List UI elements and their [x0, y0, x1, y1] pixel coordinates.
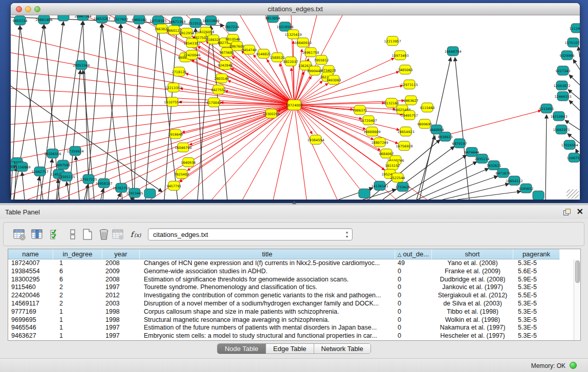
- network-node[interactable]: 9463627: [404, 96, 419, 105]
- table-row[interactable]: 969969511998Structural magnetic resonanc…: [8, 316, 574, 324]
- table-cell[interactable]: 6: [53, 276, 102, 284]
- network-node[interactable]: 16756928: [396, 141, 412, 150]
- table-cell[interactable]: 9777169: [8, 308, 53, 316]
- table-cell[interactable]: 5.3E-5: [513, 308, 560, 316]
- float-panel-icon[interactable]: [563, 209, 571, 215]
- table-cell[interactable]: 1: [53, 308, 102, 316]
- table-cell[interactable]: 5.9E-5: [513, 276, 560, 284]
- network-node[interactable]: 19384554: [307, 135, 324, 144]
- network-node[interactable]: 16648784: [444, 47, 461, 56]
- column-header-in_degree[interactable]: in_degree: [53, 249, 102, 259]
- network-node[interactable]: 7955812: [314, 55, 329, 64]
- network-node[interactable]: 15720407: [360, 116, 377, 125]
- table-selector-dropdown[interactable]: citations_edges.txt ▲▼: [148, 228, 353, 240]
- network-node[interactable]: 12444153: [554, 92, 571, 101]
- network-node[interactable]: 7493063: [326, 75, 341, 84]
- network-node[interactable]: 8938923: [438, 132, 453, 141]
- table-cell[interactable]: Changes of HCN gene expression and I(f) …: [140, 259, 395, 268]
- network-canvas[interactable]: 9455724206914062094714410653287152760264…: [11, 15, 580, 200]
- resize-grip-icon[interactable]: [567, 189, 579, 199]
- table-cell[interactable]: 1998: [102, 316, 140, 324]
- tab-edge-table[interactable]: Edge Table: [266, 344, 314, 354]
- table-cell[interactable]: Structural magnetic resonance image aver…: [140, 316, 395, 324]
- network-node[interactable]: 9329966: [560, 51, 575, 60]
- table-cell[interactable]: 1: [53, 316, 102, 324]
- network-node[interactable]: 10653287: [93, 15, 110, 23]
- scrollbar-thumb[interactable]: [575, 260, 580, 283]
- network-node[interactable]: 12213353: [165, 83, 182, 92]
- network-node[interactable]: 9227343: [556, 66, 571, 75]
- tab-network-table[interactable]: Network Table: [314, 344, 371, 354]
- network-node[interactable]: 2803144: [214, 74, 229, 83]
- show-hide-columns-icon[interactable]: [31, 228, 44, 241]
- column-header-title[interactable]: title: [140, 249, 395, 259]
- table-cell[interactable]: 1997: [102, 332, 140, 340]
- table-cell[interactable]: 0: [395, 283, 432, 292]
- table-cell[interactable]: 9115460: [8, 283, 53, 292]
- network-node[interactable]: 8170043: [207, 98, 222, 107]
- table-cell[interactable]: 2003: [102, 300, 140, 308]
- table-cell[interactable]: 1: [53, 324, 102, 332]
- tab-node-table[interactable]: Node Table: [217, 344, 266, 354]
- table-cell[interactable]: 2012: [102, 292, 140, 300]
- network-node[interactable]: 1916645: [168, 129, 183, 139]
- network-node[interactable]: 1112403: [570, 24, 580, 33]
- network-node[interactable]: 9699695: [418, 119, 432, 128]
- network-node[interactable]: 15692971: [553, 125, 570, 134]
- table-cell[interactable]: 5.3E-5: [513, 300, 560, 308]
- network-node[interactable]: 14136141: [371, 181, 388, 190]
- close-panel-icon[interactable]: ✕: [577, 207, 583, 216]
- table-cell[interactable]: Dudbridge et al. (2008): [432, 276, 513, 284]
- table-row[interactable]: 946554611997Estimation of the future num…: [8, 324, 574, 332]
- network-node[interactable]: 16961758: [302, 48, 319, 57]
- table-cell[interactable]: Embryonic stem cells: a model to study s…: [140, 332, 395, 340]
- table-cell[interactable]: Tourette syndrome. Phenomenology and cla…: [140, 283, 395, 292]
- network-node[interactable]: 9245652: [519, 184, 534, 193]
- table-cell[interactable]: 18724007: [8, 259, 53, 268]
- table-cell[interactable]: 2009: [102, 268, 140, 276]
- table-cell[interactable]: 49: [395, 259, 432, 268]
- network-node[interactable]: 7986372: [353, 105, 367, 115]
- network-node[interactable]: 7485063: [398, 65, 413, 74]
- network-node[interactable]: 10973493: [391, 51, 408, 60]
- deselect-rows-icon[interactable]: [66, 228, 79, 241]
- table-cell[interactable]: Stergiakouli et al. (2012): [432, 292, 513, 300]
- table-row[interactable]: 946362711997Embryonic stem cells: a mode…: [8, 332, 574, 340]
- table-cell[interactable]: 14569117: [8, 300, 53, 308]
- table-cell[interactable]: 5.5E-5: [513, 292, 560, 300]
- column-header-short[interactable]: short: [432, 249, 513, 259]
- table-cell[interactable]: 1: [53, 332, 102, 340]
- network-node[interactable]: 8454749: [242, 45, 257, 54]
- table-cell[interactable]: Disruption of a novel member of a sodium…: [140, 300, 395, 308]
- table-cell[interactable]: 0: [395, 292, 432, 300]
- delete-column-icon[interactable]: [97, 228, 111, 241]
- network-node[interactable]: 9242848: [218, 60, 233, 70]
- network-node[interactable]: 1615152: [385, 161, 400, 170]
- network-node[interactable]: 2718126: [172, 67, 187, 76]
- network-node[interactable]: 17016504: [561, 140, 578, 149]
- network-node[interactable]: 17359924: [67, 146, 83, 156]
- network-node[interactable]: 6879197: [452, 139, 467, 148]
- table-cell[interactable]: 5.3E-5: [513, 259, 560, 268]
- table-cell[interactable]: 0: [395, 324, 432, 332]
- table-cell[interactable]: 2008: [102, 276, 140, 284]
- table-cell[interactable]: Nakamura et al. (1997): [432, 324, 513, 332]
- table-cell[interactable]: 22420046: [8, 292, 53, 300]
- table-cell[interactable]: 0: [395, 300, 432, 308]
- table-cell[interactable]: 18300295: [8, 276, 53, 284]
- select-all-rows-icon[interactable]: [49, 228, 62, 241]
- table-cell[interactable]: Corpus callosum shape and size in male p…: [140, 308, 395, 316]
- table-cell[interactable]: Investigating the contribution of common…: [140, 292, 395, 300]
- network-node[interactable]: 2935114: [475, 154, 490, 163]
- table-cell[interactable]: 2: [53, 300, 102, 308]
- table-cell[interactable]: 0: [395, 308, 432, 316]
- network-node[interactable]: 12942757: [31, 167, 48, 176]
- table-cell[interactable]: Estimation of significance thresholds fo…: [140, 276, 395, 284]
- column-header-out_de[interactable]: △out_de...: [395, 249, 432, 259]
- network-node[interactable]: 16033809: [202, 16, 219, 25]
- table-row[interactable]: 1938455462009Genome-wide association stu…: [8, 268, 574, 276]
- table-cell[interactable]: Yano et al. (2008): [432, 259, 513, 268]
- table-settings-icon[interactable]: [13, 228, 26, 241]
- table-cell[interactable]: 5.3E-5: [513, 283, 560, 292]
- network-node[interactable]: 12093872: [553, 81, 570, 90]
